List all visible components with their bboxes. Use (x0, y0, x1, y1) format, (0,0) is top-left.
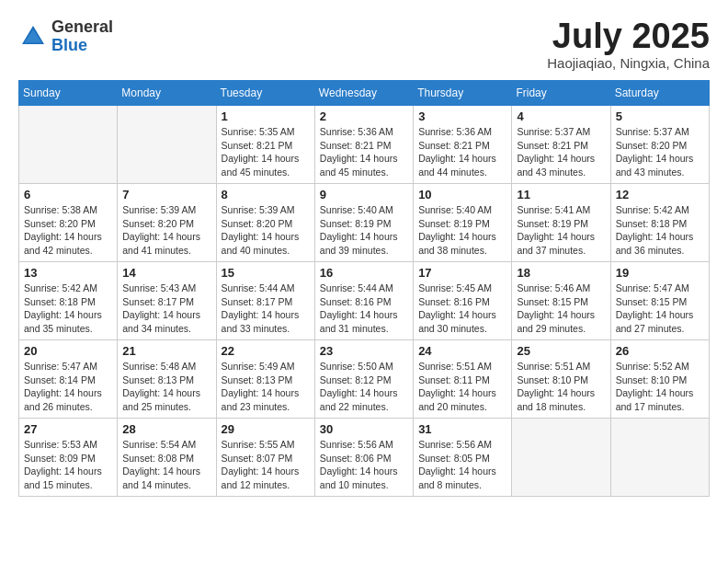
day-info: Sunrise: 5:38 AMSunset: 8:20 PMDaylight:… (24, 203, 112, 258)
day-number: 16 (320, 266, 408, 280)
calendar-cell: 24Sunrise: 5:51 AMSunset: 8:11 PMDayligh… (414, 340, 512, 419)
calendar-cell: 7Sunrise: 5:39 AMSunset: 8:20 PMDaylight… (118, 184, 216, 262)
day-info: Sunrise: 5:47 AMSunset: 8:15 PMDaylight:… (616, 282, 704, 336)
day-number: 12 (616, 188, 704, 201)
month-title: July 2025 (547, 18, 710, 53)
logo-icon (18, 22, 48, 52)
day-info: Sunrise: 5:50 AMSunset: 8:12 PMDaylight:… (320, 360, 408, 414)
day-info: Sunrise: 5:39 AMSunset: 8:20 PMDaylight:… (122, 203, 210, 258)
calendar-header-monday: Monday (118, 81, 216, 106)
calendar-header-wednesday: Wednesday (314, 81, 413, 106)
calendar-cell: 18Sunrise: 5:46 AMSunset: 8:15 PMDayligh… (512, 262, 610, 340)
calendar-cell: 31Sunrise: 5:56 AMSunset: 8:05 PMDayligh… (414, 419, 512, 497)
calendar-cell: 27Sunrise: 5:53 AMSunset: 8:09 PMDayligh… (19, 419, 118, 497)
day-number: 21 (122, 344, 210, 358)
day-info: Sunrise: 5:36 AMSunset: 8:21 PMDaylight:… (418, 125, 506, 179)
calendar-cell (512, 419, 610, 497)
calendar-cell: 4Sunrise: 5:37 AMSunset: 8:21 PMDaylight… (512, 106, 610, 184)
calendar-cell: 15Sunrise: 5:44 AMSunset: 8:17 PMDayligh… (216, 262, 314, 340)
calendar-cell: 6Sunrise: 5:38 AMSunset: 8:20 PMDaylight… (19, 184, 118, 262)
day-number: 26 (616, 344, 704, 358)
calendar-header-sunday: Sunday (19, 81, 118, 106)
calendar-cell: 30Sunrise: 5:56 AMSunset: 8:06 PMDayligh… (314, 419, 413, 497)
day-info: Sunrise: 5:44 AMSunset: 8:16 PMDaylight:… (320, 282, 408, 336)
day-info: Sunrise: 5:56 AMSunset: 8:05 PMDaylight:… (418, 438, 506, 492)
day-info: Sunrise: 5:42 AMSunset: 8:18 PMDaylight:… (616, 203, 704, 258)
day-number: 30 (320, 422, 408, 436)
calendar-week-row: 13Sunrise: 5:42 AMSunset: 8:18 PMDayligh… (19, 262, 710, 340)
day-number: 11 (517, 188, 605, 201)
day-info: Sunrise: 5:44 AMSunset: 8:17 PMDaylight:… (222, 282, 310, 336)
calendar-cell: 8Sunrise: 5:39 AMSunset: 8:20 PMDaylight… (216, 184, 314, 262)
day-info: Sunrise: 5:42 AMSunset: 8:18 PMDaylight:… (24, 282, 112, 336)
calendar-cell (19, 106, 118, 184)
day-number: 18 (517, 266, 605, 280)
calendar-cell: 16Sunrise: 5:44 AMSunset: 8:16 PMDayligh… (314, 262, 413, 340)
day-info: Sunrise: 5:53 AMSunset: 8:09 PMDaylight:… (24, 438, 112, 492)
calendar-header-row: SundayMondayTuesdayWednesdayThursdayFrid… (19, 81, 710, 106)
calendar-cell: 26Sunrise: 5:52 AMSunset: 8:10 PMDayligh… (610, 340, 709, 419)
day-info: Sunrise: 5:37 AMSunset: 8:20 PMDaylight:… (616, 125, 704, 179)
day-info: Sunrise: 5:54 AMSunset: 8:08 PMDaylight:… (122, 438, 210, 492)
day-number: 2 (320, 109, 408, 123)
day-number: 17 (418, 266, 506, 280)
day-number: 13 (24, 266, 112, 280)
calendar-cell: 19Sunrise: 5:47 AMSunset: 8:15 PMDayligh… (610, 262, 709, 340)
day-info: Sunrise: 5:56 AMSunset: 8:06 PMDaylight:… (320, 438, 408, 492)
calendar-cell: 11Sunrise: 5:41 AMSunset: 8:19 PMDayligh… (512, 184, 610, 262)
day-info: Sunrise: 5:40 AMSunset: 8:19 PMDaylight:… (418, 203, 506, 258)
calendar-cell: 2Sunrise: 5:36 AMSunset: 8:21 PMDaylight… (314, 106, 413, 184)
location-subtitle: Haojiaqiao, Ningxia, China (547, 55, 710, 71)
calendar-cell (610, 419, 709, 497)
day-number: 10 (418, 188, 506, 201)
day-info: Sunrise: 5:55 AMSunset: 8:07 PMDaylight:… (222, 438, 310, 492)
calendar-cell: 17Sunrise: 5:45 AMSunset: 8:16 PMDayligh… (414, 262, 512, 340)
calendar-table: SundayMondayTuesdayWednesdayThursdayFrid… (18, 80, 710, 497)
calendar-cell: 28Sunrise: 5:54 AMSunset: 8:08 PMDayligh… (118, 419, 216, 497)
calendar-week-row: 27Sunrise: 5:53 AMSunset: 8:09 PMDayligh… (19, 419, 710, 497)
page-header: General Blue July 2025 Haojiaqiao, Ningx… (18, 18, 710, 71)
calendar-header-saturday: Saturday (610, 81, 709, 106)
day-number: 3 (418, 109, 506, 123)
day-info: Sunrise: 5:47 AMSunset: 8:14 PMDaylight:… (24, 360, 112, 414)
calendar-cell: 5Sunrise: 5:37 AMSunset: 8:20 PMDaylight… (610, 106, 709, 184)
day-info: Sunrise: 5:39 AMSunset: 8:20 PMDaylight:… (222, 203, 310, 258)
calendar-cell: 9Sunrise: 5:40 AMSunset: 8:19 PMDaylight… (314, 184, 413, 262)
calendar-cell: 13Sunrise: 5:42 AMSunset: 8:18 PMDayligh… (19, 262, 118, 340)
day-info: Sunrise: 5:51 AMSunset: 8:11 PMDaylight:… (418, 360, 506, 414)
day-number: 22 (222, 344, 310, 358)
logo-text: General Blue (51, 18, 113, 55)
day-number: 15 (222, 266, 310, 280)
day-info: Sunrise: 5:46 AMSunset: 8:15 PMDaylight:… (517, 282, 605, 336)
day-info: Sunrise: 5:35 AMSunset: 8:21 PMDaylight:… (222, 125, 310, 179)
calendar-cell: 3Sunrise: 5:36 AMSunset: 8:21 PMDaylight… (414, 106, 512, 184)
day-number: 28 (122, 422, 210, 436)
calendar-cell: 23Sunrise: 5:50 AMSunset: 8:12 PMDayligh… (314, 340, 413, 419)
day-info: Sunrise: 5:48 AMSunset: 8:13 PMDaylight:… (122, 360, 210, 414)
calendar-cell: 10Sunrise: 5:40 AMSunset: 8:19 PMDayligh… (414, 184, 512, 262)
calendar-cell: 29Sunrise: 5:55 AMSunset: 8:07 PMDayligh… (216, 419, 314, 497)
day-info: Sunrise: 5:41 AMSunset: 8:19 PMDaylight:… (517, 203, 605, 258)
calendar-cell: 1Sunrise: 5:35 AMSunset: 8:21 PMDaylight… (216, 106, 314, 184)
day-number: 24 (418, 344, 506, 358)
calendar-cell: 14Sunrise: 5:43 AMSunset: 8:17 PMDayligh… (118, 262, 216, 340)
calendar-header-thursday: Thursday (414, 81, 512, 106)
day-number: 27 (24, 422, 112, 436)
day-number: 29 (222, 422, 310, 436)
day-number: 25 (517, 344, 605, 358)
day-info: Sunrise: 5:37 AMSunset: 8:21 PMDaylight:… (517, 125, 605, 179)
day-number: 19 (616, 266, 704, 280)
day-number: 23 (320, 344, 408, 358)
calendar-header-tuesday: Tuesday (216, 81, 314, 106)
day-info: Sunrise: 5:49 AMSunset: 8:13 PMDaylight:… (222, 360, 310, 414)
day-number: 6 (24, 188, 112, 201)
day-number: 31 (418, 422, 506, 436)
calendar-week-row: 1Sunrise: 5:35 AMSunset: 8:21 PMDaylight… (19, 106, 710, 184)
calendar-cell: 22Sunrise: 5:49 AMSunset: 8:13 PMDayligh… (216, 340, 314, 419)
day-number: 14 (122, 266, 210, 280)
title-block: July 2025 Haojiaqiao, Ningxia, China (547, 18, 710, 71)
day-info: Sunrise: 5:43 AMSunset: 8:17 PMDaylight:… (122, 282, 210, 336)
logo: General Blue (18, 18, 113, 55)
calendar-header-friday: Friday (512, 81, 610, 106)
calendar-cell: 12Sunrise: 5:42 AMSunset: 8:18 PMDayligh… (610, 184, 709, 262)
